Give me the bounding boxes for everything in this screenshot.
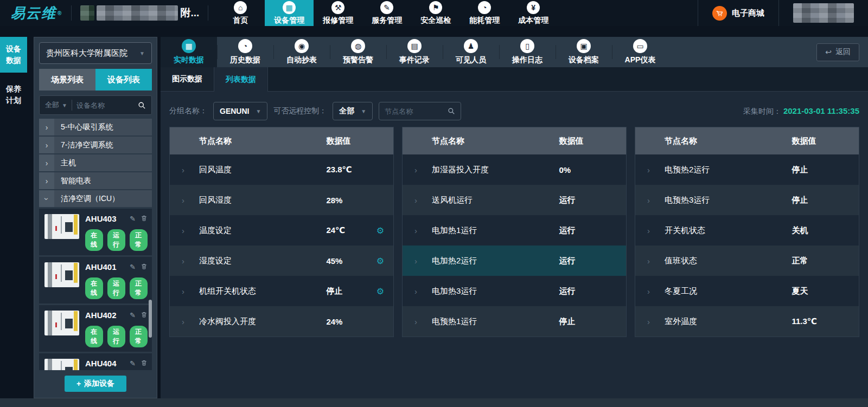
edit-icon[interactable]: ✎	[130, 359, 136, 367]
add-device-button[interactable]: + 添加设备	[65, 376, 126, 392]
user-account-blurred[interactable]	[793, 3, 854, 23]
search-icon[interactable]	[448, 107, 455, 115]
edit-icon[interactable]: ✎	[130, 311, 136, 319]
chevron-right-icon: ›	[414, 287, 417, 296]
table-row[interactable]: › 送风机运行 运行	[403, 185, 626, 215]
delete-icon[interactable]	[141, 359, 148, 368]
table-row[interactable]: › 冬夏工况 夏天	[635, 276, 859, 306]
table-row[interactable]: › 电预热2运行 停止	[635, 154, 859, 185]
tree-item-7-洁净空调系统[interactable]: › 7-洁净空调系统	[39, 137, 152, 153]
edit-icon[interactable]: ✎	[130, 263, 136, 271]
table-row[interactable]: › 电加热3运行 运行	[403, 276, 626, 306]
nav-tab-服务管理[interactable]: ✎ 服务管理	[362, 0, 411, 26]
node-value: 24℃	[326, 225, 345, 235]
table-row[interactable]: › 机组开关机状态 停止 ⚙	[170, 276, 393, 306]
sidebar-tab-场景列表[interactable]: 场景列表	[39, 69, 95, 91]
table-row[interactable]: › 电加热1运行 运行	[403, 215, 626, 246]
status-badge: 正常	[130, 229, 148, 251]
realtime-data-icon: ▦	[182, 39, 196, 53]
nav-tab-成本管理[interactable]: ¥ 成本管理	[509, 0, 558, 26]
delete-icon[interactable]	[141, 263, 148, 272]
main-tab-设备档案[interactable]: ▣ 设备档案	[556, 37, 612, 67]
mall-button[interactable]: 电子商城	[698, 0, 779, 26]
delete-icon[interactable]	[141, 215, 148, 223]
table-row[interactable]: › 电预热3运行 停止	[635, 185, 859, 215]
view-tab-图示数据[interactable]: 图示数据	[161, 67, 214, 91]
search-category-select[interactable]: 全部 ▼	[45, 100, 67, 110]
tree-item-洁净空调（ICU）[interactable]: › 洁净空调（ICU）	[39, 190, 152, 207]
table-row[interactable]: › 值班状态 正常	[635, 246, 859, 276]
device-sidebar: 贵州医科大学附属医院 ▼ 场景列表 设备列表 全部 ▼ › 5-中心吸引系统 ›…	[34, 37, 157, 398]
chevron-right-icon: ›	[182, 226, 184, 235]
table-row[interactable]: › 湿度设定 45% ⚙	[170, 246, 393, 276]
table-row[interactable]: › 回风温度 23.8℃	[170, 154, 393, 185]
rail-item-保养计划[interactable]: 保养计划	[0, 77, 27, 113]
rail-item-设备数据[interactable]: 设备数据	[0, 37, 27, 73]
table-row[interactable]: › 电预热1运行 停止	[403, 306, 626, 337]
table-row[interactable]: › 开关机状态 关机	[635, 215, 859, 246]
nav-tab-首页[interactable]: ⌂ 首页	[216, 0, 265, 26]
plus-icon: +	[76, 379, 81, 388]
nav-tab-能耗管理[interactable]: ◔ 能耗管理	[460, 0, 509, 26]
main-tab-操作日志[interactable]: ▯ 操作日志	[499, 37, 556, 67]
search-icon[interactable]	[138, 101, 146, 109]
nav-tab-安全巡检[interactable]: ⚑ 安全巡检	[411, 0, 460, 26]
caret-down-icon: ▼	[139, 50, 145, 56]
node-name: 室外温度	[635, 316, 697, 327]
chevron-icon: ›	[39, 172, 54, 189]
main-tab-预警告警[interactable]: ◍ 预警告警	[330, 37, 386, 67]
device-name: AHU403	[85, 214, 117, 223]
realtime-data-panel: 分组名称： GENUNI ▼ 可否远程控制： 全部 ▼ 采集时间：2021-03…	[161, 92, 868, 398]
status-badge: 运行	[107, 277, 125, 299]
table-row[interactable]: › 回风湿度 28%	[170, 185, 393, 215]
device-search-input[interactable]	[76, 101, 133, 109]
chevron-icon: ›	[39, 119, 54, 135]
chevron-right-icon: ›	[647, 165, 650, 175]
node-search-box	[379, 102, 461, 120]
main-tab-实时数据[interactable]: ▦ 实时数据	[161, 37, 217, 67]
device-badges: 在线 运行 正常	[85, 277, 148, 299]
edit-icon[interactable]: ✎	[130, 215, 136, 223]
table-row[interactable]: › 室外温度 11.3℃	[635, 306, 859, 337]
table-row[interactable]: › 温度设定 24℃ ⚙	[170, 215, 393, 246]
device-card-AHU403[interactable]: AHU403 ✎ 三住,四层,ICU C区 在线 运行 正常	[39, 209, 152, 255]
status-badge: 在线	[85, 277, 103, 299]
org-name: 附...	[72, 0, 208, 26]
scrollbar-thumb[interactable]	[149, 300, 152, 338]
tree-item-智能电表[interactable]: › 智能电表	[39, 172, 152, 189]
main-tab-自动抄表[interactable]: ◉ 自动抄表	[273, 37, 330, 67]
node-value: 45%	[326, 256, 342, 266]
view-tab-列表数据[interactable]: 列表数据	[214, 67, 268, 92]
table-row[interactable]: › 加湿器投入开度 0%	[403, 154, 626, 185]
node-search-input[interactable]	[385, 107, 444, 115]
hospital-select[interactable]: 贵州医科大学附属医院 ▼	[39, 42, 152, 64]
navbar-right: 电子商城	[698, 0, 868, 26]
delete-icon[interactable]	[141, 311, 148, 320]
gear-icon[interactable]: ⚙	[376, 256, 384, 266]
main-tab-历史数据[interactable]: ◔ 历史数据	[217, 37, 273, 67]
device-card-AHU402[interactable]: AHU402 ✎ 三住,四层,ICU B区 在线 运行 正常	[39, 305, 152, 352]
cart-icon	[712, 6, 727, 21]
nav-tab-设备管理[interactable]: ▦ 设备管理	[265, 0, 314, 26]
device-card-AHU401[interactable]: AHU401 ✎ 三住,四层,ICU A区 在线 运行 正常	[39, 257, 152, 303]
main-tab-可见人员[interactable]: ♟ 可见人员	[443, 37, 499, 67]
back-button[interactable]: ↩ 返回	[816, 43, 859, 61]
sidebar-tab-设备列表[interactable]: 设备列表	[95, 69, 152, 91]
main-tab-事件记录[interactable]: ▤ 事件记录	[386, 37, 443, 67]
tree-item-5-中心吸引系统[interactable]: › 5-中心吸引系统	[39, 119, 152, 135]
chevron-right-icon: ›	[182, 287, 184, 296]
tree-item-主机[interactable]: › 主机	[39, 154, 152, 171]
group-select[interactable]: GENUNI ▼	[213, 102, 267, 120]
main-tab-APP仪表[interactable]: ▭ APP仪表	[612, 37, 668, 67]
gear-icon[interactable]: ⚙	[376, 286, 384, 296]
node-name: 温度设定	[170, 225, 232, 236]
device-card-AHU404[interactable]: AHU404 ✎ 三住,四层,ICU洁净	[39, 353, 152, 370]
caret-down-icon: ▼	[62, 102, 67, 108]
nav-tab-报修管理[interactable]: ⚒ 报修管理	[314, 0, 362, 26]
table-row[interactable]: › 电加热2运行 运行	[403, 246, 626, 276]
status-badge: 正常	[130, 277, 148, 299]
remote-control-select[interactable]: 全部 ▼	[333, 102, 373, 120]
gear-icon[interactable]: ⚙	[376, 225, 384, 236]
table-row[interactable]: › 冷水阀投入开度 24%	[170, 306, 393, 337]
device-thumbnail	[44, 214, 79, 239]
